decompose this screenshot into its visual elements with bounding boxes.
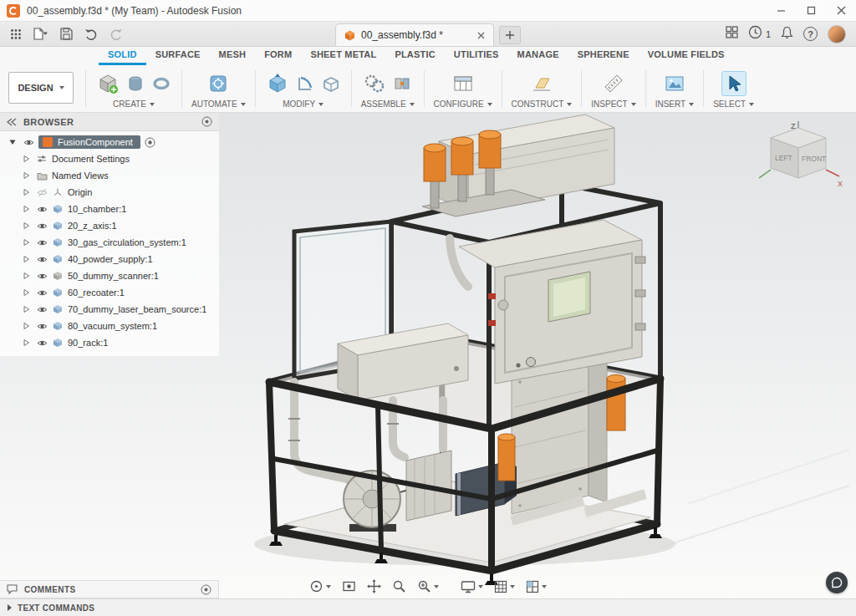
root-component-label[interactable]: FusionComponent [58,137,133,147]
comments-panel[interactable]: COMMENTS [0,580,219,598]
redo-icon[interactable] [105,24,127,44]
browser-item-component[interactable]: 80_vacuum_system:1 [0,318,219,334]
activate-component-radio[interactable] [145,137,156,148]
browser-item-component[interactable]: 40_powder_supply:1 [0,251,219,267]
expand-text-commands-icon[interactable] [8,604,12,611]
grid-settings-button[interactable] [490,578,519,596]
viewports-button[interactable] [522,578,551,596]
browser-item-component[interactable]: 90_rack:1 [0,334,219,351]
shell-icon[interactable] [320,73,342,94]
browser-item-label[interactable]: Document Settings [52,154,130,164]
browser-item-document-settings[interactable]: Document Settings [0,150,219,167]
browser-item-label[interactable]: 20_z_axis:1 [68,221,117,231]
tab-volume-fields[interactable]: VOLUME FIELDS [639,47,734,65]
visibility-eye-icon[interactable] [36,322,48,331]
tab-surface[interactable]: SURFACE [146,47,210,65]
expand-arrow-icon[interactable] [20,221,32,230]
tab-spherene[interactable]: SPHERENE [568,47,639,65]
insert-dropdown[interactable]: INSERT [655,99,695,110]
expand-arrow-icon[interactable] [7,138,18,146]
avatar[interactable] [828,25,846,43]
expand-arrow-icon[interactable] [20,155,32,163]
joint-icon[interactable] [362,71,387,96]
browser-item-label[interactable]: 80_vacuum_system:1 [68,321,157,331]
expand-arrow-icon[interactable] [20,288,32,297]
revolve-icon[interactable] [150,73,172,94]
browser-item-label[interactable]: 50_dummy_scanner:1 [68,271,159,281]
zoom-window-button[interactable] [388,577,410,596]
display-settings-button[interactable] [456,578,487,596]
expand-arrow-icon[interactable] [20,238,32,247]
insert-canvas-icon[interactable] [662,71,687,96]
close-button[interactable] [826,0,856,21]
modify-dropdown[interactable]: MODIFY [283,99,324,110]
expand-comments-icon[interactable] [201,584,211,595]
expand-arrow-icon[interactable] [20,305,32,313]
extrude-icon[interactable] [125,73,146,94]
file-menu-icon[interactable] [30,24,52,44]
visibility-eye-icon[interactable] [36,205,48,214]
orbit-button[interactable] [305,577,335,596]
browser-item-component[interactable]: 30_gas_circulation_system:1 [0,234,219,251]
browser-item-label[interactable]: 40_powder_supply:1 [68,254,153,264]
browser-item-label[interactable]: 10_chamber:1 [68,204,126,214]
select-cursor-icon[interactable] [721,71,746,96]
visibility-eye-icon[interactable] [36,238,48,247]
help-icon[interactable]: ? [803,27,818,41]
browser-item-component[interactable]: 20_z_axis:1 [0,217,219,234]
expand-arrow-icon[interactable] [20,188,32,196]
automate-icon[interactable] [206,71,231,96]
browser-item-label[interactable]: 30_gas_circulation_system:1 [68,237,186,247]
visibility-eye-icon[interactable] [23,138,34,147]
viewcube-front-label[interactable]: FRONT [802,155,826,163]
tab-mesh[interactable]: MESH [210,47,256,65]
browser-root-item[interactable]: FusionComponent [0,134,219,150]
tab-manage[interactable]: MANAGE [508,47,568,65]
browser-item-component[interactable]: 70_dummy_laser_beam_source:1 [0,301,219,318]
measure-icon[interactable] [601,71,626,96]
expand-arrow-icon[interactable] [20,339,32,347]
construct-dropdown[interactable]: CONSTRUCT [512,99,573,110]
notifications-bell-icon[interactable] [781,26,793,43]
browser-item-label[interactable]: 90_rack:1 [68,338,108,348]
save-icon[interactable] [55,24,77,44]
tab-plastic[interactable]: PLASTIC [385,47,444,65]
automate-dropdown[interactable]: AUTOMATE [191,99,246,110]
undo-icon[interactable] [80,24,102,44]
tab-solid[interactable]: SOLID [99,47,146,65]
visibility-eye-icon[interactable] [36,339,48,348]
visibility-eye-off-icon[interactable] [36,188,48,197]
document-tab[interactable]: 00_assembly.f3d * [335,23,494,46]
browser-item-origin[interactable]: Origin [0,184,219,201]
collapse-browser-icon[interactable] [7,118,17,126]
browser-item-component[interactable]: 60_recoater:1 [0,284,219,301]
press-pull-icon[interactable] [265,71,290,96]
browser-item-component[interactable]: 10_chamber:1 [0,201,219,217]
visibility-eye-icon[interactable] [36,288,48,298]
3d-viewport[interactable]: LEFT FRONT X Z BROWSER [0,113,856,598]
view-cube[interactable]: LEFT FRONT X Z [754,121,844,198]
job-status-icon[interactable] [748,25,762,43]
extensions-icon[interactable] [726,26,738,42]
browser-item-label[interactable]: 70_dummy_laser_beam_source:1 [68,304,206,314]
as-built-joint-icon[interactable] [391,73,413,94]
assemble-dropdown[interactable]: ASSEMBLE [361,99,415,110]
browser-options-icon[interactable] [201,116,212,127]
select-dropdown[interactable]: SELECT [713,99,754,110]
configure-dropdown[interactable]: CONFIGURE [434,99,492,110]
expand-arrow-icon[interactable] [20,171,32,180]
visibility-eye-icon[interactable] [36,272,48,281]
text-commands-bar[interactable]: TEXT COMMANDS [0,598,856,616]
browser-item-label[interactable]: Origin [68,187,92,197]
inspect-dropdown[interactable]: INSPECT [591,99,635,110]
expand-arrow-icon[interactable] [20,255,32,263]
new-tab-button[interactable] [499,26,521,44]
browser-item-component[interactable]: 50_dummy_scanner:1 [0,267,219,284]
browser-item-named-views[interactable]: Named Views [0,167,219,184]
tab-form[interactable]: FORM [255,47,301,65]
minimize-button[interactable] [766,0,796,21]
visibility-eye-icon[interactable] [36,255,48,264]
tab-utilities[interactable]: UTILITIES [445,47,508,65]
create-dropdown[interactable]: CREATE [113,99,155,110]
configure-icon[interactable] [451,71,476,96]
